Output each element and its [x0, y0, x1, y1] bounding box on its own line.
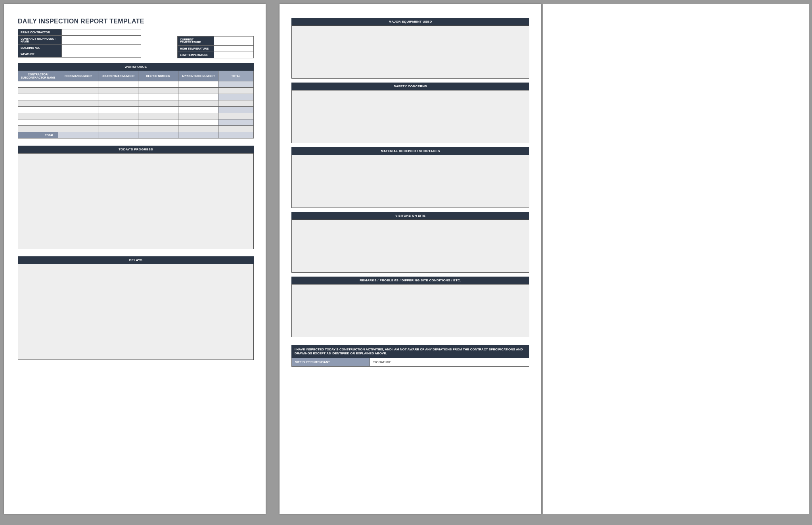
- table-cell[interactable]: [218, 81, 253, 88]
- materials-textarea[interactable]: [291, 155, 529, 208]
- table-cell[interactable]: [98, 113, 138, 119]
- input-current-temp[interactable]: [214, 37, 254, 46]
- input-building-no[interactable]: [62, 45, 141, 51]
- col-helper: HELPER NUMBER: [138, 71, 178, 81]
- workforce-columns: CONTRACTOR/ SUBCONTRACTOR NAME FOREMAN N…: [18, 71, 254, 81]
- remarks-textarea[interactable]: [291, 284, 529, 337]
- table-cell[interactable]: [138, 88, 178, 94]
- table-cell[interactable]: [178, 119, 218, 126]
- table-cell[interactable]: [138, 94, 178, 100]
- contractor-info-table: PRIME CONTRACTOR CONTRACT NO./PROJECT NA…: [18, 29, 141, 58]
- table-cell[interactable]: [218, 113, 253, 119]
- table-cell[interactable]: [18, 81, 58, 88]
- table-cell[interactable]: [218, 100, 253, 107]
- table-cell[interactable]: [18, 100, 58, 107]
- table-cell[interactable]: [218, 94, 253, 100]
- label-prime-contractor: PRIME CONTRACTOR: [18, 29, 62, 36]
- table-cell[interactable]: [178, 100, 218, 107]
- table-cell[interactable]: [218, 88, 253, 94]
- table-cell[interactable]: [58, 126, 98, 132]
- table-cell[interactable]: [178, 107, 218, 113]
- table-cell[interactable]: [58, 88, 98, 94]
- equipment-header: MAJOR EQUIPMENT USED: [291, 18, 529, 25]
- table-cell[interactable]: [138, 107, 178, 113]
- table-cell[interactable]: [98, 100, 138, 107]
- table-row: [18, 94, 254, 100]
- table-cell[interactable]: [18, 94, 58, 100]
- info-block: PRIME CONTRACTOR CONTRACT NO./PROJECT NA…: [18, 29, 254, 58]
- input-weather[interactable]: [62, 51, 141, 58]
- table-cell[interactable]: [58, 119, 98, 126]
- table-cell[interactable]: [218, 126, 253, 132]
- workforce-total-row: TOTAL: [18, 132, 254, 138]
- label-high-temp: HIGH TEMPERATURE: [178, 46, 214, 52]
- table-cell[interactable]: [218, 119, 253, 126]
- table-cell[interactable]: [98, 94, 138, 100]
- table-cell[interactable]: [138, 100, 178, 107]
- table-cell[interactable]: [138, 113, 178, 119]
- delays-header: DELAYS: [18, 256, 254, 264]
- input-prime-contractor[interactable]: [62, 29, 141, 36]
- signature-role-label: SITE SUPERINTENDANT: [291, 358, 370, 367]
- document-canvas: DAILY INSPECTION REPORT TEMPLATE PRIME C…: [0, 0, 812, 525]
- table-cell[interactable]: [218, 107, 253, 113]
- equipment-textarea[interactable]: [291, 25, 529, 79]
- signature-field-label[interactable]: SIGNATURE: [370, 358, 529, 367]
- delays-section: DELAYS: [18, 256, 254, 360]
- table-cell[interactable]: [18, 119, 58, 126]
- progress-section: TODAY'S PROGRESS: [18, 146, 254, 249]
- table-cell[interactable]: [178, 113, 218, 119]
- signature-row: SITE SUPERINTENDANT SIGNATURE: [291, 358, 529, 367]
- table-cell[interactable]: [178, 126, 218, 132]
- col-total: TOTAL: [218, 71, 253, 81]
- temperature-table: CURRENT TEMPERATURE HIGH TEMPERATURE LOW…: [177, 36, 254, 58]
- delays-textarea[interactable]: [18, 264, 254, 360]
- table-cell[interactable]: [18, 88, 58, 94]
- table-cell[interactable]: [138, 119, 178, 126]
- table-cell[interactable]: [178, 88, 218, 94]
- safety-textarea[interactable]: [291, 90, 529, 143]
- table-cell[interactable]: [178, 94, 218, 100]
- table-cell[interactable]: [98, 119, 138, 126]
- col-apprentice: APPRENTIUCE NUMBER: [178, 71, 218, 81]
- workforce-total-helper[interactable]: [138, 132, 178, 138]
- workforce-header: WORKFORCE: [18, 63, 254, 71]
- table-cell[interactable]: [138, 126, 178, 132]
- col-journeyman: JOURNEYMAN NUMBER: [98, 71, 138, 81]
- input-low-temp[interactable]: [214, 52, 254, 58]
- table-cell[interactable]: [58, 113, 98, 119]
- table-cell[interactable]: [58, 107, 98, 113]
- table-row: [18, 113, 254, 119]
- page-1: DAILY INSPECTION REPORT TEMPLATE PRIME C…: [4, 4, 266, 514]
- table-row: [18, 100, 254, 107]
- table-cell[interactable]: [98, 126, 138, 132]
- col-contractor: CONTRACTOR/ SUBCONTRACTOR NAME: [18, 71, 58, 81]
- col-foreman: FOREMAN NUMBER: [58, 71, 98, 81]
- visitors-header: VISITORS ON SITE: [291, 212, 529, 219]
- table-cell[interactable]: [18, 107, 58, 113]
- table-cell[interactable]: [58, 100, 98, 107]
- workforce-total-apprentice[interactable]: [178, 132, 218, 138]
- table-cell[interactable]: [98, 107, 138, 113]
- input-contract-project[interactable]: [62, 36, 141, 45]
- table-cell[interactable]: [138, 81, 178, 88]
- table-cell[interactable]: [178, 81, 218, 88]
- table-row: [18, 107, 254, 113]
- label-contract-project: CONTRACT NO./PROJECT NAME: [18, 36, 62, 45]
- table-cell[interactable]: [98, 81, 138, 88]
- visitors-textarea[interactable]: [291, 219, 529, 273]
- table-cell[interactable]: [58, 81, 98, 88]
- table-cell[interactable]: [98, 88, 138, 94]
- progress-textarea[interactable]: [18, 153, 254, 249]
- table-cell[interactable]: [18, 126, 58, 132]
- table-cell[interactable]: [58, 94, 98, 100]
- certification-statement: I HAVE INSPECTED TODAY'S CONSTRUCTION AC…: [291, 345, 529, 358]
- materials-header: MATERIAL RECEIVED / SHORTAGES: [291, 147, 529, 155]
- input-high-temp[interactable]: [214, 46, 254, 52]
- workforce-total-foreman[interactable]: [58, 132, 98, 138]
- progress-header: TODAY'S PROGRESS: [18, 146, 254, 153]
- materials-section: MATERIAL RECEIVED / SHORTAGES: [291, 147, 529, 208]
- workforce-total-total[interactable]: [218, 132, 253, 138]
- table-cell[interactable]: [18, 113, 58, 119]
- workforce-total-journeyman[interactable]: [98, 132, 138, 138]
